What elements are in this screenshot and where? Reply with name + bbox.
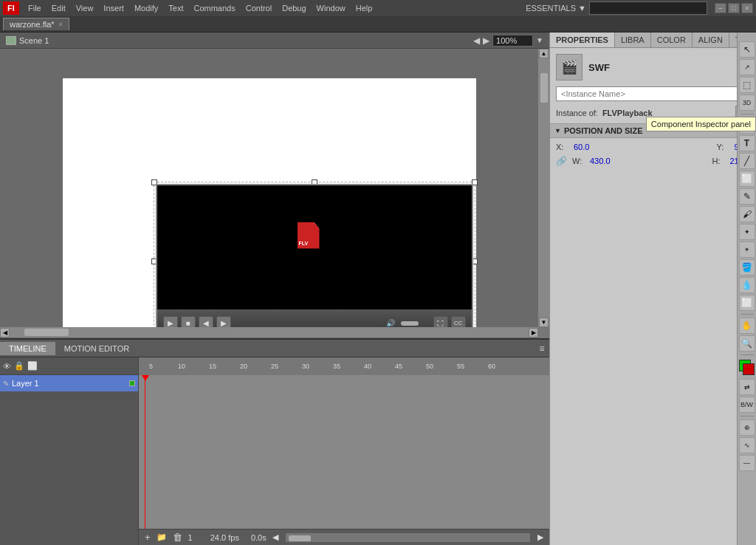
tool-pencil[interactable]: ✎ xyxy=(739,188,755,205)
restore-button[interactable]: □ xyxy=(728,3,740,13)
scroll-thumb-h[interactable] xyxy=(24,329,69,336)
close-button[interactable]: × xyxy=(741,3,753,13)
menu-modify[interactable]: Modify xyxy=(130,2,162,14)
search-input[interactable] xyxy=(589,1,707,15)
zoom-input[interactable] xyxy=(492,35,533,47)
volume-bar[interactable] xyxy=(401,321,430,326)
tab-align[interactable]: ALIGN xyxy=(693,32,729,47)
tab-timeline[interactable]: TIMELINE xyxy=(0,342,55,355)
zoom-dropdown-icon[interactable]: ▼ xyxy=(536,36,543,44)
handle-mid-left[interactable] xyxy=(151,258,157,264)
tools-panel: ↖ ↗ ⬚ 3D ⌒ T ╱ ⬜ ✎ 🖌 ✦ ✴ 🪣 💧 ⬜ ✋ 🔍 xyxy=(737,32,756,545)
layers-empty-area xyxy=(0,391,138,545)
tool-zoom[interactable]: 🔍 xyxy=(739,335,755,352)
tool-rect[interactable]: ⬜ xyxy=(739,171,755,187)
tool-swap-colors[interactable]: ⇄ xyxy=(739,379,755,395)
stage-scrollbar-vertical[interactable]: ▲ ▼ xyxy=(538,49,549,327)
fullscreen-button[interactable]: ⛶ xyxy=(433,316,448,328)
scroll-right-button[interactable]: ▶ xyxy=(529,328,538,337)
scroll-left-button[interactable]: ◀ xyxy=(0,328,10,337)
stage: FLV ▶ ■ ◀ ▶ xyxy=(63,78,476,327)
tab-close-button[interactable]: × xyxy=(59,21,63,28)
tab-library[interactable]: LIBRA xyxy=(615,32,651,47)
instance-of-label: Instance of: xyxy=(556,109,598,117)
tool-transform[interactable]: ⬚ xyxy=(739,77,755,93)
handle-top-right[interactable] xyxy=(472,179,478,185)
tool-brush[interactable]: 🖌 xyxy=(739,206,755,222)
tool-text[interactable]: T xyxy=(739,135,755,151)
horizontal-scroll-area: ◀ ▶ xyxy=(0,327,549,338)
tool-paint-bucket[interactable]: 🪣 xyxy=(739,259,755,275)
ruler-tick-45: 45 xyxy=(395,363,402,370)
menu-commands[interactable]: Commands xyxy=(189,2,239,14)
essentials-switcher[interactable]: ESSENTIALS ▼ xyxy=(526,1,707,15)
menu-view[interactable]: View xyxy=(72,2,98,14)
menu-control[interactable]: Control xyxy=(241,2,276,14)
menu-text[interactable]: Text xyxy=(164,2,188,14)
scroll-thumb-v[interactable] xyxy=(540,73,548,103)
next-button[interactable]: ▶ xyxy=(216,316,231,328)
delete-layer-button[interactable]: 🗑 xyxy=(173,532,182,543)
handle-top-mid[interactable] xyxy=(312,179,317,185)
caption-button[interactable]: CC xyxy=(451,316,466,328)
stop-button[interactable]: ■ xyxy=(181,316,196,328)
scroll-up-button[interactable]: ▲ xyxy=(539,49,549,58)
lock-proportions-icon[interactable]: 🔗 xyxy=(556,156,566,166)
document-tab[interactable]: warzone.fla* × xyxy=(3,18,69,30)
tool-hand[interactable]: ✋ xyxy=(739,318,755,334)
tab-color[interactable]: COLOR xyxy=(651,32,693,47)
frames-area[interactable] xyxy=(139,375,549,529)
menu-window[interactable]: Window xyxy=(312,2,350,14)
tool-eyedropper[interactable]: 💧 xyxy=(739,277,755,293)
handle-mid-right[interactable] xyxy=(472,258,478,264)
w-label: W: xyxy=(572,157,584,165)
add-folder-button[interactable]: 📁 xyxy=(157,532,167,542)
stage-container[interactable]: FLV ▶ ■ ◀ ▶ xyxy=(0,49,538,327)
tool-smooth[interactable]: ∿ xyxy=(739,437,755,453)
scroll-to-start[interactable]: ◀ xyxy=(272,532,278,542)
tool-straighten[interactable]: — xyxy=(739,455,755,471)
tooltip-text: Component Inspector panel xyxy=(651,120,751,128)
add-layer-button[interactable]: + xyxy=(145,532,151,543)
handle-top-left[interactable] xyxy=(151,179,157,185)
stroke-color-swatch[interactable] xyxy=(739,360,755,376)
stage-scrollbar-horizontal[interactable]: ◀ ▶ xyxy=(0,327,538,337)
flv-icon: FLV xyxy=(298,222,320,249)
tab-motion-editor[interactable]: MOTION EDITOR xyxy=(55,342,138,355)
tool-subselect[interactable]: ↗ xyxy=(739,59,755,75)
progress-bar[interactable] xyxy=(234,321,380,326)
menu-insert[interactable]: Insert xyxy=(99,2,128,14)
tool-snap-to-objects[interactable]: ⊕ xyxy=(739,419,755,436)
menu-debug[interactable]: Debug xyxy=(278,2,310,14)
tool-3d-rotate[interactable]: 3D xyxy=(739,95,755,111)
tool-deco[interactable]: ✦ xyxy=(739,224,755,240)
ruler-tick-35: 35 xyxy=(333,363,340,370)
x-value[interactable]: 60.0 xyxy=(574,143,589,151)
w-value[interactable]: 430.0 xyxy=(590,157,611,165)
playhead[interactable] xyxy=(145,375,145,529)
menu-edit[interactable]: Edit xyxy=(47,2,70,14)
tool-bone[interactable]: ✴ xyxy=(739,241,755,258)
timeline-scroll-thumb[interactable] xyxy=(289,535,311,541)
media-controls: ▶ ■ ◀ ▶ 🔊 ⛶ xyxy=(157,309,472,328)
play-button[interactable]: ▶ xyxy=(163,316,178,328)
main-area: Scene 1 ◀ ▶ ▼ xyxy=(0,32,756,545)
tool-black-white[interactable]: B/W xyxy=(739,397,755,413)
instance-name-input[interactable] xyxy=(556,86,750,101)
timeline-menu-button[interactable]: ≡ xyxy=(535,341,549,356)
tool-eraser[interactable]: ⬜ xyxy=(739,295,755,311)
scroll-down-button[interactable]: ▼ xyxy=(539,318,549,327)
nav-icon-right[interactable]: ▶ xyxy=(483,35,489,46)
menu-file[interactable]: File xyxy=(24,2,46,14)
tab-properties[interactable]: PROPERTIES xyxy=(550,32,615,47)
minimize-button[interactable]: – xyxy=(715,3,726,13)
tool-select[interactable]: ↖ xyxy=(739,41,755,58)
timeline-scrollbar-h[interactable] xyxy=(286,533,530,542)
tool-divider-4 xyxy=(740,416,754,417)
scene-icon xyxy=(6,36,16,45)
menu-help[interactable]: Help xyxy=(351,2,377,14)
tool-line[interactable]: ╱ xyxy=(739,153,755,169)
nav-icon-left[interactable]: ◀ xyxy=(473,35,480,46)
prev-button[interactable]: ◀ xyxy=(199,316,213,328)
scroll-to-end[interactable]: ▶ xyxy=(537,532,543,542)
